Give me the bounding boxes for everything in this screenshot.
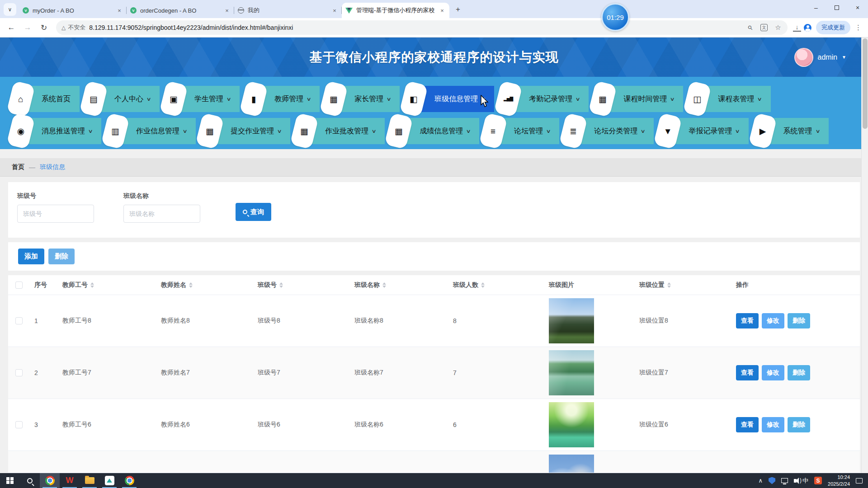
- browser-tab-1[interactable]: V myOrder - A BO ×: [19, 3, 127, 18]
- chevron-down-icon: ∨: [387, 96, 392, 102]
- delete-button[interactable]: 删除: [788, 313, 810, 328]
- window-restore-button[interactable]: [826, 0, 847, 15]
- edit-button[interactable]: 修改: [762, 365, 784, 380]
- row-checkbox[interactable]: [15, 317, 23, 324]
- user-menu[interactable]: admin ▼: [794, 48, 846, 67]
- reload-button[interactable]: ↻: [37, 21, 51, 34]
- recording-timer-badge[interactable]: 01:29: [601, 3, 629, 31]
- row-checkbox[interactable]: [15, 369, 23, 376]
- password-key-icon[interactable]: ⚲: [744, 22, 755, 33]
- col-teacher-name[interactable]: 教师姓名: [156, 281, 253, 289]
- profile-avatar-icon[interactable]: [804, 24, 811, 32]
- taskbar-file-explorer[interactable]: [80, 473, 99, 488]
- nav-item-message-push-mgmt[interactable]: ◉ 消息推送管理∨: [14, 118, 101, 144]
- add-button[interactable]: 添加: [18, 249, 44, 264]
- ime-indicator[interactable]: 中: [802, 477, 808, 485]
- taskbar-chrome-2[interactable]: [119, 473, 139, 488]
- nav-item-parent-mgmt[interactable]: ▦ 家长管理∨: [326, 86, 400, 112]
- back-button[interactable]: ←: [5, 21, 18, 34]
- notification-center-icon[interactable]: [856, 478, 863, 483]
- sort-icon[interactable]: [667, 282, 671, 288]
- edit-button[interactable]: 修改: [762, 417, 784, 432]
- edit-button[interactable]: 修改: [762, 313, 784, 328]
- river-karst-photo[interactable]: [549, 350, 594, 395]
- tab-search-button[interactable]: ∨: [4, 3, 16, 16]
- view-button[interactable]: 查看: [736, 313, 759, 328]
- col-class-size[interactable]: 班级人数: [448, 281, 544, 289]
- sort-icon[interactable]: [481, 282, 485, 288]
- sort-icon[interactable]: [279, 282, 283, 288]
- download-icon[interactable]: ↓: [793, 23, 801, 32]
- browser-tab-2[interactable]: V orderCodegen - A BO ×: [127, 3, 234, 18]
- blue-sky-clouds-photo[interactable]: [549, 455, 594, 473]
- view-button[interactable]: 查看: [736, 365, 759, 380]
- taskbar-wps[interactable]: W: [60, 473, 80, 488]
- security-chip[interactable]: △ 不安全: [61, 23, 85, 32]
- row-checkbox[interactable]: [15, 421, 23, 428]
- col-teacher-no[interactable]: 教师工号: [58, 281, 156, 289]
- security-shield-icon[interactable]: [769, 477, 775, 484]
- class-name-input[interactable]: [123, 205, 200, 223]
- taskbar-snipping-tool[interactable]: [99, 473, 119, 488]
- mountain-valley-photo[interactable]: [549, 298, 594, 343]
- page-scrollbar[interactable]: [861, 38, 868, 473]
- nav-item-homework-info-mgmt[interactable]: ▥ 作业信息管理∨: [108, 118, 196, 144]
- sogou-icon[interactable]: S: [814, 477, 822, 484]
- breadcrumb-current[interactable]: 班级信息: [40, 163, 65, 171]
- scrollbar-thumb[interactable]: [863, 38, 868, 129]
- breadcrumb-home[interactable]: 首页: [12, 163, 24, 171]
- nav-item-attendance-mgmt[interactable]: ▂▅▇ 考勤记录管理∨: [501, 86, 589, 112]
- sort-icon[interactable]: [382, 282, 386, 288]
- select-all-checkbox[interactable]: [15, 282, 23, 289]
- tab-close-icon[interactable]: ×: [223, 7, 231, 14]
- nav-item-report-record-mgmt[interactable]: ▼ 举报记录管理∨: [660, 118, 748, 144]
- taskbar-clock[interactable]: 10:24 2025/2/24: [828, 474, 850, 488]
- nav-item-timetable-mgmt[interactable]: ◫ 课程表管理∨: [690, 86, 770, 112]
- forward-button[interactable]: →: [21, 21, 34, 34]
- nav-item-homework-review-mgmt[interactable]: ▦ 作业批改管理∨: [297, 118, 385, 144]
- tab-close-icon[interactable]: ×: [439, 7, 446, 14]
- user-avatar[interactable]: [794, 48, 813, 67]
- sort-icon[interactable]: [189, 282, 193, 288]
- tray-expand-icon[interactable]: ∧: [759, 477, 763, 484]
- url-text[interactable]: 8.129.11.174:9052/springboot14ey2223/adm…: [89, 24, 742, 31]
- nav-item-system-home[interactable]: ⌂ 系统首页: [14, 86, 80, 112]
- window-minimize-button[interactable]: –: [806, 0, 826, 15]
- class-no-input[interactable]: [17, 205, 94, 223]
- window-close-button[interactable]: ×: [847, 0, 868, 15]
- nav-item-student-mgmt[interactable]: ▣ 学生管理∨: [166, 86, 240, 112]
- col-class-name[interactable]: 班级名称: [350, 281, 448, 289]
- col-class-no[interactable]: 班级号: [253, 281, 350, 289]
- translate-icon[interactable]: 文: [760, 24, 768, 31]
- browser-tab-active[interactable]: 管理端-基于微信小程序的家校 ×: [342, 3, 449, 18]
- nav-item-homework-submit-mgmt[interactable]: ▦ 提交作业管理∨: [203, 118, 290, 144]
- start-button[interactable]: [0, 473, 20, 488]
- browser-menu-icon[interactable]: ⋮: [853, 23, 863, 32]
- tab-close-icon[interactable]: ×: [116, 7, 123, 14]
- taskbar-search-button[interactable]: [20, 473, 40, 488]
- chrome-update-button[interactable]: 完成更新: [816, 21, 850, 34]
- sort-icon[interactable]: [90, 282, 94, 288]
- tab-close-icon[interactable]: ×: [331, 7, 338, 14]
- new-tab-button[interactable]: +: [452, 4, 464, 15]
- view-button[interactable]: 查看: [736, 417, 759, 432]
- volume-icon[interactable]: [794, 479, 797, 483]
- network-icon[interactable]: [781, 478, 788, 483]
- green-lake-photo[interactable]: [549, 402, 594, 447]
- nav-item-personal-center[interactable]: ▤ 个人中心∨: [86, 86, 160, 112]
- batch-delete-button[interactable]: 删除: [48, 249, 75, 264]
- nav-item-forum-mgmt[interactable]: ≡ 论坛管理∨: [486, 118, 559, 144]
- col-class-location[interactable]: 班级位置: [635, 281, 731, 289]
- delete-button[interactable]: 删除: [788, 417, 810, 432]
- bookmark-star-icon[interactable]: ☆: [774, 23, 782, 32]
- nav-item-teacher-mgmt[interactable]: ▮ 教师管理∨: [246, 86, 320, 112]
- address-bar[interactable]: △ 不安全 8.129.11.174:9052/springboot14ey22…: [56, 20, 788, 35]
- nav-item-course-time-mgmt[interactable]: ▦ 课程时间管理∨: [595, 86, 683, 112]
- browser-tab-3[interactable]: 我的 ×: [234, 3, 342, 18]
- taskbar-chrome-active[interactable]: [40, 473, 60, 488]
- nav-item-forum-category-mgmt[interactable]: ≣ 论坛分类管理∨: [566, 118, 654, 144]
- nav-item-system-mgmt[interactable]: ▶ 系统管理∨: [755, 118, 829, 144]
- nav-item-score-info-mgmt[interactable]: ▦ 成绩信息管理∨: [392, 118, 479, 144]
- query-button[interactable]: 查询: [236, 203, 271, 221]
- delete-button[interactable]: 删除: [788, 365, 810, 380]
